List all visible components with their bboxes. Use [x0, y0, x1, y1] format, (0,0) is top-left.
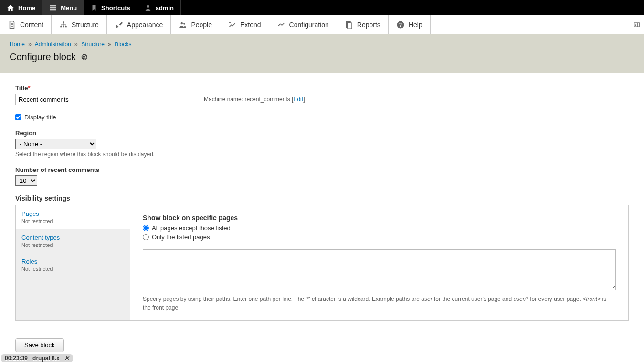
- vtab-sub: Not restricted: [21, 218, 124, 224]
- toolbar: Home Menu Shortcuts admin: [0, 0, 644, 15]
- admin-menu-content[interactable]: Content: [0, 15, 52, 34]
- user-icon: [144, 4, 152, 11]
- region-select[interactable]: - None -: [15, 139, 96, 149]
- page-title: Configure block: [10, 52, 634, 63]
- footer-time: 00:23:39: [5, 355, 28, 362]
- region-label: Region: [15, 129, 629, 137]
- svg-rect-4: [65, 26, 67, 27]
- svg-point-6: [184, 22, 186, 24]
- svg-rect-12: [634, 23, 639, 27]
- header-region: Home » Administration » Structure » Bloc…: [0, 34, 644, 73]
- svg-rect-3: [63, 26, 64, 27]
- radio-only-listed-input[interactable]: [143, 234, 149, 240]
- title-field-row: Title* Machine name: recent_comments [Ed…: [15, 85, 629, 105]
- svg-point-5: [181, 22, 183, 24]
- title-input[interactable]: [15, 94, 199, 105]
- num-comments-select[interactable]: 10: [15, 175, 37, 186]
- admin-menu-help[interactable]: ? Help: [389, 15, 431, 34]
- vtab-pages[interactable]: Pages Not restricted: [16, 205, 130, 229]
- svg-text:?: ?: [399, 21, 402, 27]
- admin-menu-label: Reports: [357, 21, 380, 29]
- radio-only-listed-label: Only the listed pages: [152, 234, 210, 241]
- vtab-content-types[interactable]: Content types Not restricted: [16, 229, 130, 253]
- pages-heading: Show block on specific pages: [143, 214, 616, 222]
- breadcrumb-structure[interactable]: Structure: [81, 41, 105, 48]
- admin-menu-label: People: [191, 21, 212, 29]
- svg-point-7: [229, 22, 231, 23]
- toolbar-home[interactable]: Home: [0, 0, 42, 15]
- admin-menu-label: Content: [20, 21, 43, 29]
- toggle-icon: [633, 21, 640, 28]
- admin-menu-extend[interactable]: Extend: [220, 15, 269, 34]
- vtab-title: Roles: [21, 258, 124, 265]
- display-title-label: Display title: [24, 114, 56, 121]
- admin-menu-people[interactable]: People: [171, 15, 220, 34]
- toolbar-home-label: Home: [18, 4, 35, 11]
- toolbar-user-label: admin: [156, 4, 174, 11]
- admin-menu-configuration[interactable]: Configuration: [269, 15, 337, 34]
- admin-menu-label: Structure: [72, 21, 99, 29]
- menu-icon: [49, 4, 57, 11]
- footer-badge: 00:23:39 drupal 8.x ✕: [1, 354, 73, 362]
- help-icon: ?: [396, 21, 405, 29]
- home-icon: [7, 4, 14, 11]
- num-comments-row: Number of recent comments 10: [15, 166, 629, 186]
- admin-menu-reports[interactable]: Reports: [337, 15, 389, 34]
- display-title-row: Display title: [15, 114, 629, 121]
- admin-menu-structure[interactable]: Structure: [52, 15, 107, 34]
- radio-all-except-input[interactable]: [143, 225, 149, 231]
- admin-menu-label: Appearance: [127, 21, 163, 29]
- content: Title* Machine name: recent_comments [Ed…: [0, 73, 644, 363]
- radio-only-listed: Only the listed pages: [143, 234, 616, 241]
- admin-menu-label: Extend: [240, 21, 261, 29]
- breadcrumb: Home » Administration » Structure » Bloc…: [10, 41, 634, 48]
- reports-icon: [345, 21, 353, 29]
- machine-name-edit[interactable]: Edit: [293, 96, 303, 103]
- gear-icon[interactable]: [81, 54, 87, 61]
- content-icon: [8, 21, 16, 29]
- radio-all-except: All pages except those listed: [143, 224, 616, 232]
- breadcrumb-blocks[interactable]: Blocks: [115, 41, 131, 48]
- toolbar-menu-label: Menu: [61, 4, 77, 11]
- pages-textarea[interactable]: [143, 249, 616, 290]
- configuration-icon: [277, 21, 285, 29]
- breadcrumb-sep: »: [74, 41, 78, 48]
- toolbar-shortcuts[interactable]: Shortcuts: [84, 0, 137, 15]
- structure-icon: [59, 21, 68, 29]
- visibility-heading: Visibility settings: [15, 194, 629, 202]
- breadcrumb-home[interactable]: Home: [10, 41, 25, 48]
- admin-menu-label: Configuration: [289, 21, 329, 29]
- admin-menu-label: Help: [409, 21, 422, 29]
- close-icon[interactable]: ✕: [64, 355, 69, 362]
- required-marker: *: [28, 85, 31, 92]
- admin-menu-toggle[interactable]: [629, 15, 644, 34]
- toolbar-shortcuts-label: Shortcuts: [101, 4, 130, 11]
- page-title-text: Configure block: [10, 52, 76, 63]
- machine-name: Machine name: recent_comments [Edit]: [204, 96, 305, 103]
- admin-menu: Content Structure Appearance People Exte…: [0, 15, 644, 34]
- breadcrumb-sep: »: [108, 41, 111, 48]
- svg-point-0: [147, 5, 149, 8]
- appearance-icon: [115, 21, 123, 29]
- people-icon: [179, 21, 187, 29]
- vtab-sub: Not restricted: [21, 242, 124, 248]
- extend-icon: [228, 21, 236, 29]
- display-title-checkbox[interactable]: [15, 114, 21, 120]
- bookmark-icon: [91, 4, 97, 11]
- num-comments-label: Number of recent comments: [15, 166, 629, 173]
- vtab-content: Show block on specific pages All pages e…: [130, 205, 628, 320]
- vtab-title: Content types: [21, 234, 124, 241]
- svg-rect-2: [60, 26, 62, 27]
- pages-help: Specify pages by using their paths. Ente…: [143, 295, 616, 312]
- breadcrumb-administration[interactable]: Administration: [35, 41, 71, 48]
- breadcrumb-sep: »: [28, 41, 32, 48]
- vertical-tabs: Pages Not restricted Content types Not r…: [15, 205, 629, 321]
- title-label: Title*: [15, 85, 629, 92]
- toolbar-menu[interactable]: Menu: [42, 0, 84, 15]
- vtab-roles[interactable]: Roles Not restricted: [16, 253, 130, 277]
- admin-menu-appearance[interactable]: Appearance: [107, 15, 171, 34]
- region-help: Select the region where this block shoul…: [15, 151, 629, 158]
- save-button[interactable]: Save block: [15, 338, 64, 352]
- footer-label: drupal 8.x: [32, 355, 60, 362]
- toolbar-user[interactable]: admin: [137, 0, 181, 15]
